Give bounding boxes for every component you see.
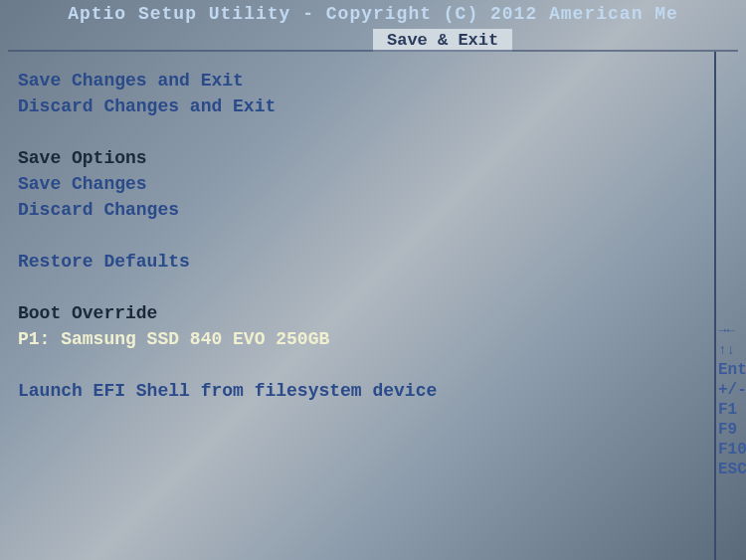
help-f9: F9 <box>716 420 746 440</box>
help-sidebar: →← ↑↓ Ent +/- F1 F9 F10 ESC <box>716 52 746 560</box>
spacer <box>18 275 696 300</box>
tab-save-exit[interactable]: Save & Exit <box>373 29 512 52</box>
menu-restore-defaults[interactable]: Restore Defaults <box>18 249 696 275</box>
section-save-options: Save Options <box>18 145 696 171</box>
spacer <box>18 352 696 378</box>
help-enter: Ent <box>716 360 746 380</box>
header-title: Aptio Setup Utility - Copyright (C) 2012… <box>68 4 678 24</box>
section-boot-override: Boot Override <box>18 300 696 326</box>
spacer <box>18 119 696 145</box>
main-area: Save Changes and Exit Discard Changes an… <box>0 52 746 560</box>
help-f10: F10 <box>716 440 746 460</box>
spacer <box>18 223 696 249</box>
menu-discard-changes[interactable]: Discard Changes <box>18 197 696 223</box>
menu-save-changes[interactable]: Save Changes <box>18 171 696 197</box>
menu-save-changes-exit[interactable]: Save Changes and Exit <box>18 68 696 93</box>
help-arrows-lr: →← <box>716 320 746 340</box>
menu-discard-changes-exit[interactable]: Discard Changes and Exit <box>18 93 696 119</box>
help-arrows-ud: ↑↓ <box>716 340 746 360</box>
help-esc: ESC <box>716 460 746 479</box>
menu-boot-device-selected[interactable]: P1: Samsung SSD 840 EVO 250GB <box>18 326 696 352</box>
help-plusminus: +/- <box>716 380 746 400</box>
help-f1: F1 <box>716 400 746 420</box>
bios-header: Aptio Setup Utility - Copyright (C) 2012… <box>0 0 746 28</box>
menu-content: Save Changes and Exit Discard Changes an… <box>0 52 716 560</box>
tab-bar: Save & Exit <box>0 28 746 52</box>
menu-launch-efi-shell[interactable]: Launch EFI Shell from filesystem device <box>18 378 696 404</box>
